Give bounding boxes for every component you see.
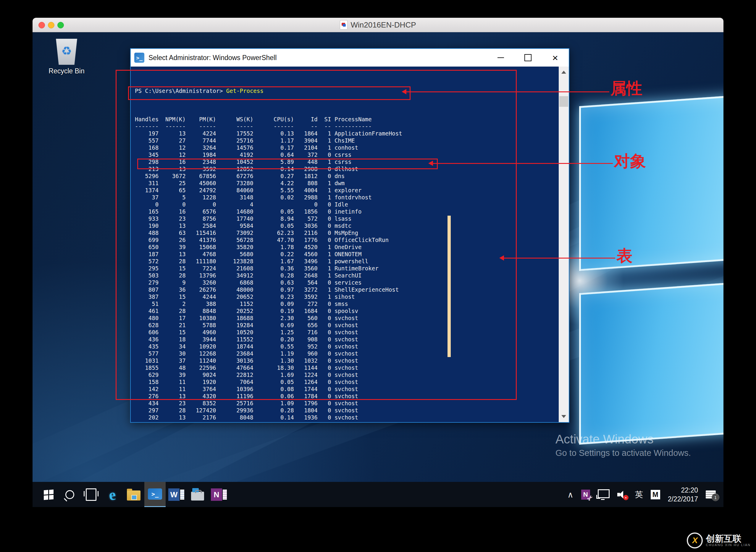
onenote-icon: N bbox=[211, 489, 227, 501]
process-row: 807 36 26276 48000 0.97 3272 1 ShellExpe… bbox=[135, 286, 559, 293]
network-icon[interactable] bbox=[598, 489, 610, 498]
brand-logo-icon: X bbox=[687, 533, 703, 548]
taskbar: e >_ W bbox=[32, 482, 724, 507]
brand-name: 创新互联 bbox=[706, 534, 751, 543]
process-row: 480 17 10380 18688 2.30 560 0 svchost bbox=[135, 314, 559, 321]
word-button[interactable]: W bbox=[166, 482, 187, 507]
process-row: 436 18 3944 11552 0.20 908 0 svchost bbox=[135, 336, 559, 343]
scrollbar[interactable] bbox=[559, 66, 569, 422]
recycle-bin[interactable]: Recycle Bin bbox=[44, 39, 89, 75]
process-row: 213 13 3592 12852 0.14 2908 0 dllhost bbox=[135, 165, 559, 172]
process-row: 1855 48 22596 47664 18.30 1144 0 svchost bbox=[135, 364, 559, 371]
chevron-down-icon bbox=[561, 415, 566, 418]
process-row: 461 28 8848 20252 0.19 1684 0 spoolsv bbox=[135, 307, 559, 314]
prompt-text: PS C:\Users\Administrator> bbox=[135, 88, 226, 94]
windows-logo-pane-top bbox=[579, 94, 724, 271]
process-row: 202 13 2176 8048 0.14 1936 0 svchost bbox=[135, 414, 559, 421]
onenote-button[interactable]: N bbox=[208, 482, 230, 507]
process-row: 557 27 7744 25716 1.17 3904 1 ChsIME bbox=[135, 137, 559, 144]
powershell-icon: >_ bbox=[148, 489, 162, 500]
minimize-button[interactable] bbox=[487, 49, 514, 66]
table-header-row: Handles NPM(K) PM(K) WS(K) CPU(s) Id SI … bbox=[135, 116, 559, 123]
windows-logo-pane-bottom bbox=[579, 281, 724, 445]
traffic-lights bbox=[38, 22, 64, 28]
process-row: 577 30 12268 23684 1.19 960 0 svchost bbox=[135, 350, 559, 357]
process-row: 279 9 3260 6868 0.63 564 0 services bbox=[135, 279, 559, 286]
ime-mode-icon[interactable]: M bbox=[651, 490, 660, 499]
process-row: 295 15 7224 21608 0.36 3560 1 RuntimeBro… bbox=[135, 265, 559, 272]
recycle-bin-icon[interactable] bbox=[55, 39, 78, 65]
folder-icon bbox=[127, 491, 141, 501]
chevron-up-icon bbox=[561, 71, 566, 74]
window-controls: × bbox=[487, 49, 569, 66]
close-traffic-button[interactable] bbox=[38, 22, 45, 28]
process-row: 488 63 115416 73092 62.23 2116 0 MsMpEng bbox=[135, 229, 559, 236]
mute-badge: × bbox=[623, 495, 628, 500]
process-row: 165 16 6576 14680 0.05 1856 0 inetinfo bbox=[135, 208, 559, 215]
taskbar-clock[interactable]: 22:20 2/22/2017 bbox=[668, 486, 698, 504]
volume-muted-icon[interactable]: × bbox=[617, 490, 627, 499]
minimize-icon bbox=[497, 57, 504, 58]
activate-windows-watermark: Activate Windows Go to Settings to activ… bbox=[556, 432, 691, 458]
internet-explorer-icon: e bbox=[108, 486, 117, 504]
recycle-bin-label: Recycle Bin bbox=[44, 67, 89, 75]
terminal-output[interactable]: PS C:\Users\Administrator> Get-Process H… bbox=[131, 66, 559, 422]
clock-time: 22:20 bbox=[668, 486, 698, 495]
process-row: 1374 65 24792 84060 5.55 4004 1 explorer bbox=[135, 187, 559, 194]
taskbar-left: e >_ W bbox=[32, 482, 230, 507]
powershell-titlebar[interactable]: >_ Select Administrator: Windows PowerSh… bbox=[131, 49, 569, 66]
powershell-taskbar-button[interactable]: >_ bbox=[144, 482, 166, 507]
process-row: 1031 37 11240 30136 1.30 1032 0 svchost bbox=[135, 357, 559, 364]
server-manager-icon bbox=[191, 492, 204, 501]
onenote-clipper-icon[interactable]: N bbox=[581, 490, 590, 500]
process-row: 197 13 4224 17552 0.13 1864 1 Applicatio… bbox=[135, 130, 559, 137]
file-explorer-button[interactable] bbox=[123, 482, 144, 507]
brand-watermark: X 创新互联 CHUANG XIN HU LIAN bbox=[687, 533, 751, 548]
language-indicator[interactable]: 英 bbox=[635, 489, 643, 500]
search-button[interactable] bbox=[59, 482, 81, 507]
process-row: 51 2 388 1152 0.09 272 0 smss bbox=[135, 300, 559, 307]
activate-title: Activate Windows bbox=[556, 432, 691, 446]
clock-date: 2/22/2017 bbox=[668, 495, 698, 504]
table-header-underline: ------- ------ ----- ----- ------ -- -- … bbox=[135, 123, 559, 130]
powershell-body: PS C:\Users\Administrator> Get-Process H… bbox=[131, 66, 569, 422]
internet-explorer-button[interactable]: e bbox=[102, 482, 123, 507]
process-row: 5296 3672 67856 67276 0.27 1812 0 dns bbox=[135, 172, 559, 179]
powershell-window-title: Select Administrator: Windows PowerShell bbox=[148, 54, 277, 62]
close-button[interactable]: × bbox=[542, 49, 569, 66]
process-row: 187 13 4768 5680 0.22 4560 1 ONENOTEM bbox=[135, 251, 559, 258]
process-row: 190 13 2584 9584 0.05 3036 0 msdtc bbox=[135, 222, 559, 229]
windows-logo-icon bbox=[44, 489, 53, 500]
action-center-icon[interactable]: 1 bbox=[706, 491, 716, 499]
process-row: 628 21 5788 19284 0.69 656 0 svchost bbox=[135, 321, 559, 329]
start-button[interactable] bbox=[38, 482, 59, 507]
close-icon: × bbox=[552, 53, 558, 63]
process-row: 606 15 4960 10520 1.25 716 0 svchost bbox=[135, 329, 559, 336]
scroll-up-button[interactable] bbox=[559, 67, 569, 77]
tray-expand-chevron[interactable]: ∧ bbox=[567, 490, 574, 500]
powershell-titlebar-icon: >_ bbox=[134, 53, 144, 63]
minimize-traffic-button[interactable] bbox=[48, 22, 54, 28]
process-row: 215 17 5724 17060 0.84 2056 0 svchost bbox=[135, 421, 559, 422]
process-row: 434 23 8352 25716 1.09 1796 0 svchost bbox=[135, 400, 559, 407]
maximize-button[interactable] bbox=[514, 49, 542, 66]
process-row: 650 39 15068 35820 1.78 4520 1 OneDrive bbox=[135, 244, 559, 251]
scroll-down-button[interactable] bbox=[559, 411, 569, 422]
activate-subtitle: Go to Settings to activate Windows. bbox=[556, 448, 691, 458]
task-view-button[interactable] bbox=[81, 482, 102, 507]
system-tray: ∧ N × 英 M 22:20 2/22/2017 1 bbox=[567, 482, 724, 507]
maximize-icon bbox=[524, 54, 532, 61]
process-row: 699 26 41376 56728 47.70 1776 0 OfficeCl… bbox=[135, 236, 559, 244]
process-row: 276 13 4320 11196 0.06 1784 0 svchost bbox=[135, 393, 559, 400]
process-row: 37 5 1228 3148 0.02 2988 1 fontdrvhost bbox=[135, 194, 559, 201]
process-row: 629 39 9024 22812 1.69 1224 0 svchost bbox=[135, 371, 559, 378]
vm-titlebar[interactable]: Win2016EN-DHCP bbox=[32, 18, 724, 32]
task-view-icon bbox=[86, 489, 97, 501]
zoom-traffic-button[interactable] bbox=[57, 22, 64, 28]
scrollbar-thumb[interactable] bbox=[559, 96, 568, 107]
word-icon: W bbox=[168, 489, 184, 501]
search-icon bbox=[65, 490, 74, 499]
brand-subtitle: CHUANG XIN HU LIAN bbox=[706, 543, 751, 547]
server-manager-button[interactable] bbox=[187, 482, 208, 507]
process-row: 158 11 1920 7064 0.05 1264 0 svchost bbox=[135, 378, 559, 386]
